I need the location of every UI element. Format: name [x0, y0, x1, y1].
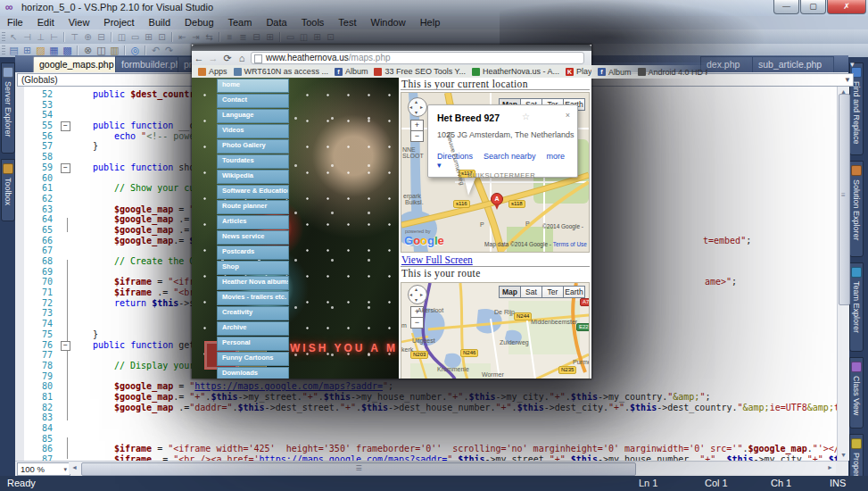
zoom-out-button[interactable]: −: [410, 130, 424, 142]
site-menu-creativity[interactable]: Creativity: [217, 306, 289, 320]
horizontal-scroll-track[interactable]: ◄ ☰ ►: [69, 462, 836, 474]
map-route[interactable]: ▴ ▾ ◂ ▸ + − MapSatTerEarth N244N246N203N…: [401, 282, 590, 379]
zoom-out-button[interactable]: −: [410, 317, 424, 329]
toolbar-icon[interactable]: ⊡: [324, 32, 337, 42]
site-menu-shop[interactable]: Shop: [217, 261, 289, 275]
menu-tools[interactable]: Tools: [294, 16, 332, 29]
toolbar-icon[interactable]: ⊕: [81, 32, 95, 42]
toolbar-icon[interactable]: ⊢: [47, 32, 61, 42]
bookmark-item[interactable]: HeatherNova.us - A...: [472, 67, 559, 76]
toolbar-icon[interactable]: ▭: [128, 32, 142, 42]
map-current-location[interactable]: ▴ ▾ ◂ ▸ + − MapSatTerEarth A Het Breed 9…: [401, 92, 590, 253]
toolbar-icon[interactable]: ◫: [115, 32, 128, 42]
site-menu-postcards[interactable]: Postcards: [217, 246, 289, 260]
menu-edit[interactable]: Edit: [30, 16, 62, 29]
pan-right-icon[interactable]: ▸: [420, 291, 423, 297]
toolbar-icon[interactable]: ⊟: [95, 32, 108, 42]
maximize-button[interactable]: ▢: [800, 0, 826, 14]
site-menu-route-planner[interactable]: Route planner: [217, 200, 289, 214]
site-menu-tourdates[interactable]: Tourdates: [217, 154, 289, 169]
site-menu-downloads[interactable]: Downloads: [217, 367, 289, 379]
toolbar-icon[interactable]: ↖: [7, 32, 21, 42]
address-bar[interactable]: www.heathernova.us/maps.php: [251, 52, 584, 64]
horizontal-scroll-thumb[interactable]: ☰: [81, 462, 636, 476]
view-full-screen-link[interactable]: View Full Screen: [401, 254, 473, 265]
code-line-81[interactable]: 81$google_map.= "+".$this->my_street."+"…: [15, 392, 837, 403]
map-pan-control[interactable]: ▴ ▾ ◂ ▸: [408, 285, 427, 304]
menu-build[interactable]: Build: [142, 16, 178, 29]
toolbar-icon[interactable]: ≣: [236, 32, 250, 42]
menu-team[interactable]: Team: [221, 16, 260, 29]
site-menu-language[interactable]: Language: [217, 109, 289, 123]
bookmark-item[interactable]: 33 Free SEO Tools Y...: [374, 67, 466, 76]
site-menu-funny-cartoons[interactable]: Funny Cartoons: [217, 352, 289, 366]
site-menu-videos[interactable]: Videos: [217, 124, 289, 138]
editor-vertical-scrollbar[interactable]: ▲ ▼: [837, 87, 849, 461]
code-line-83[interactable]: 83: [15, 412, 837, 423]
menu-help[interactable]: Help: [413, 16, 448, 29]
toolbar-icon[interactable]: ▭: [284, 32, 297, 42]
tool-tab-server-explorer[interactable]: Server Explorer: [1, 62, 15, 154]
site-menu-archive[interactable]: Archive: [217, 321, 289, 336]
map-type-sat[interactable]: Sat: [520, 286, 542, 298]
map-pan-control[interactable]: ▴ ▾ ◂ ▸: [408, 97, 427, 117]
bookmark-item[interactable]: Android 4.0 HD Proj...: [638, 68, 707, 77]
close-icon[interactable]: ×: [566, 111, 570, 120]
toolbar-icon[interactable]: ⊟: [250, 32, 263, 42]
site-menu-wikipedia[interactable]: Wikipedia: [217, 170, 289, 184]
code-line-86[interactable]: 86$iframe = "<iframe width='425' height=…: [15, 444, 837, 454]
site-menu-software-education[interactable]: Software & Education: [217, 185, 289, 199]
bookmark-item[interactable]: KPlay Kamikaze Race,...: [566, 67, 591, 76]
bookmark-item[interactable]: fAlbum: [335, 67, 368, 76]
tool-tab-solution-explorer[interactable]: Solution Explorer: [849, 161, 864, 257]
tool-tab-team-explorer[interactable]: Team Explorer: [849, 262, 864, 352]
pan-left-icon[interactable]: ◂: [409, 291, 412, 297]
minimize-button[interactable]: —: [773, 0, 799, 14]
bookmark-item[interactable]: Apps: [198, 67, 227, 76]
code-line-87[interactable]: 87$iframe .= "<br /><a href='https://map…: [15, 454, 837, 461]
scroll-down-icon[interactable]: ▼: [838, 450, 849, 461]
fold-collapse-icon[interactable]: −: [61, 163, 70, 173]
reload-icon[interactable]: ⟳: [220, 53, 235, 64]
site-menu-contact[interactable]: Contact: [217, 94, 289, 108]
map-marker-a[interactable]: A: [491, 193, 503, 205]
info-link-search-nearby[interactable]: Search nearby: [484, 152, 536, 161]
editor-zoom-control[interactable]: 100 % ▾: [17, 462, 70, 476]
toolbar-icon[interactable]: ⊞: [310, 32, 324, 42]
toolbar-icon[interactable]: ⊡: [155, 32, 169, 42]
site-menu-heather-nova-albums[interactable]: Heather Nova albums: [217, 276, 289, 290]
pan-down-icon[interactable]: ▾: [415, 296, 417, 303]
menu-debug[interactable]: Debug: [178, 16, 220, 29]
vertical-scroll-thumb[interactable]: [839, 94, 850, 305]
code-line-85[interactable]: 85: [15, 434, 837, 445]
toolbar-icon[interactable]: ⊥: [34, 32, 47, 42]
toolbar-icon[interactable]: ⇥: [189, 32, 203, 42]
menu-file[interactable]: File: [0, 16, 30, 29]
pan-up-icon[interactable]: ▴: [415, 98, 417, 104]
home-icon[interactable]: ⌂: [235, 53, 249, 63]
bookmark-item[interactable]: fAlbum: [598, 68, 632, 77]
site-menu-home[interactable]: home: [217, 79, 289, 93]
fold-collapse-icon[interactable]: −: [61, 341, 70, 351]
map-type-ter[interactable]: Ter: [541, 286, 564, 298]
toolbar-icon[interactable]: ⊤: [68, 32, 81, 42]
toolbar-icon[interactable]: ⊣: [21, 32, 34, 42]
code-line-80[interactable]: 80$google_map = "https://maps.google.com…: [15, 381, 837, 392]
tool-tab-class-view[interactable]: Class View: [849, 357, 864, 429]
tab-list-chevron-icon[interactable]: ▾: [850, 60, 855, 69]
menu-data[interactable]: Data: [259, 16, 293, 29]
code-line-84[interactable]: 84: [15, 423, 837, 434]
toolbar-icon[interactable]: ≡: [223, 32, 236, 42]
forward-icon[interactable]: →: [206, 53, 220, 63]
menu-test[interactable]: Test: [331, 16, 363, 29]
toolbar-icon[interactable]: ⇤: [176, 32, 189, 42]
pan-up-icon[interactable]: ▴: [415, 286, 417, 292]
star-icon[interactable]: ☆: [522, 112, 530, 121]
back-icon[interactable]: ←: [192, 53, 206, 63]
close-button[interactable]: ✗: [827, 0, 866, 14]
map-type-earth[interactable]: Earth: [563, 286, 585, 298]
scroll-right-icon[interactable]: ►: [824, 462, 836, 473]
site-menu-articles[interactable]: Articles: [217, 215, 289, 229]
site-menu-personal[interactable]: Personal: [217, 337, 289, 351]
site-menu-news-service[interactable]: News service: [217, 230, 289, 245]
